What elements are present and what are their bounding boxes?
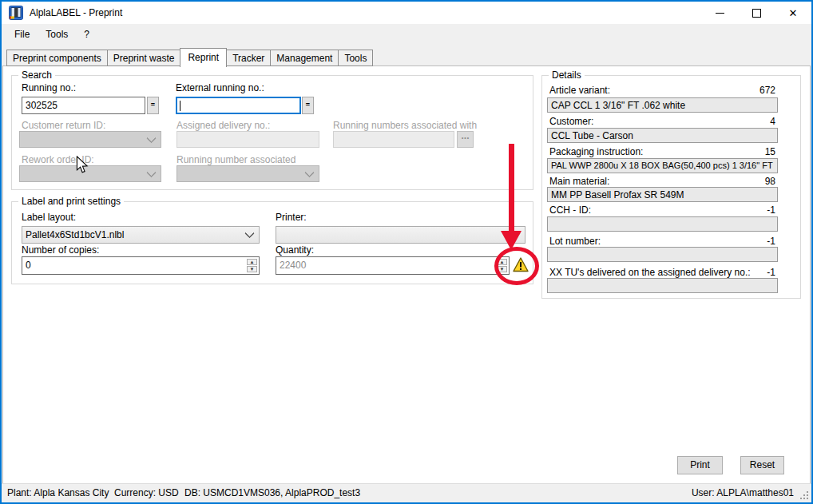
mouse-cursor-icon [76, 156, 89, 173]
search-group-legend: Search [18, 69, 55, 81]
customer-return-id-combo[interactable] [19, 131, 161, 148]
detail-label: Customer: [549, 116, 593, 127]
running-numbers-associated-with-label: Running numbers associated with [333, 120, 477, 131]
status-currency: Currency: USD [114, 487, 179, 498]
external-running-no-equals-button[interactable]: = [302, 97, 314, 114]
tab-reprint[interactable]: Reprint [180, 48, 227, 67]
detail-value: CCL Tube - Carson [547, 128, 778, 143]
browse-ellipsis-button[interactable]: ... [457, 131, 474, 148]
detail-id: -1 [767, 267, 775, 278]
detail-id: 98 [765, 176, 775, 187]
running-no-input[interactable]: 302525 [22, 97, 145, 114]
chevron-down-icon [304, 167, 315, 177]
detail-value [547, 278, 778, 293]
label-layout-combo[interactable]: Pallet4x6Std1bcV1.nlbl [22, 226, 260, 244]
printer-combo[interactable] [276, 226, 525, 244]
status-db: DB: USMCD1VMS036, AlplaPROD_test3 [184, 487, 360, 498]
detail-label: CCH - ID: [549, 204, 591, 216]
label-layout-label: Label layout: [22, 212, 76, 223]
tab-management[interactable]: Management [270, 50, 339, 66]
external-running-no-input[interactable] [176, 97, 301, 114]
quantity-label: Quantity: [276, 244, 314, 256]
resize-grip[interactable] [800, 491, 808, 499]
detail-value [547, 216, 778, 232]
rework-order-id-combo[interactable] [19, 165, 161, 182]
detail-label: Main material: [549, 176, 609, 187]
text-caret [180, 101, 180, 111]
assigned-delivery-no-input[interactable] [176, 131, 319, 148]
chevron-down-icon [244, 228, 255, 239]
chevron-down-icon [146, 133, 157, 143]
spin-up-icon[interactable]: ▲ [247, 259, 257, 265]
app-window: AlplaLABEL - Preprint ✕ File Tools ? Pre… [0, 0, 813, 504]
annotation-circle [494, 247, 539, 285]
detail-label: Article variant: [549, 85, 610, 96]
tab-strip: Preprint components Preprint waste Repri… [6, 47, 373, 66]
detail-id: 4 [770, 116, 775, 127]
detail-label: Lot number: [549, 236, 601, 247]
reset-button[interactable]: Reset [740, 456, 784, 474]
status-plant: Plant: Alpla Kansas City [7, 487, 109, 498]
customer-return-id-label: Customer return ID: [22, 120, 105, 131]
number-of-copies-label: Number of copies: [22, 244, 99, 256]
running-number-associated-combo[interactable] [176, 165, 319, 182]
detail-value: MM PP Basell Profax SR 549M [547, 187, 778, 202]
chevron-down-icon [146, 167, 157, 177]
quantity-stepper[interactable]: 22400 ▲ ▼ [276, 256, 510, 275]
print-button[interactable]: Print [677, 456, 723, 474]
annotation-arrow-stem [509, 144, 514, 232]
tab-tools[interactable]: Tools [338, 50, 373, 66]
running-no-equals-button[interactable]: = [147, 97, 159, 114]
running-no-label: Running no.: [22, 82, 76, 93]
tab-preprint-components[interactable]: Preprint components [6, 50, 108, 66]
detail-id: 672 [759, 85, 775, 96]
spin-down-icon[interactable]: ▼ [247, 266, 257, 272]
detail-id: -1 [767, 236, 775, 247]
copies-spinner: ▲ ▼ [246, 258, 258, 273]
detail-value [547, 247, 778, 262]
status-user: User: ALPLA\matthes01 [692, 487, 794, 498]
number-of-copies-stepper[interactable]: 0 ▲ ▼ [22, 256, 260, 275]
assigned-delivery-no-label: Assigned delivery no.: [176, 120, 270, 131]
detail-id: -1 [767, 204, 775, 216]
detail-value: PAL WWP 2800u X 18 BOX BAG(50,400 pcs) 1… [547, 158, 778, 173]
label-print-settings-legend: Label and print settings [18, 196, 124, 208]
printer-label: Printer: [276, 212, 307, 223]
detail-label: Packaging instruction: [549, 146, 643, 157]
running-number-associated-label: Running number associated [176, 154, 295, 165]
detail-value: CAP CCL 1 3/16" FT .062 white [547, 97, 778, 113]
detail-label: XX TU's delivered on the assigned delive… [549, 267, 751, 278]
detail-id: 15 [765, 146, 775, 157]
external-running-no-label: External running no.: [176, 82, 264, 93]
tab-tracker[interactable]: Tracker [226, 50, 271, 66]
running-numbers-associated-with-input[interactable] [333, 131, 454, 148]
details-group-legend: Details [549, 69, 585, 81]
tab-preprint-waste[interactable]: Preprint waste [107, 50, 181, 66]
status-bar: Plant: Alpla Kansas City Currency: USD D… [2, 483, 811, 502]
